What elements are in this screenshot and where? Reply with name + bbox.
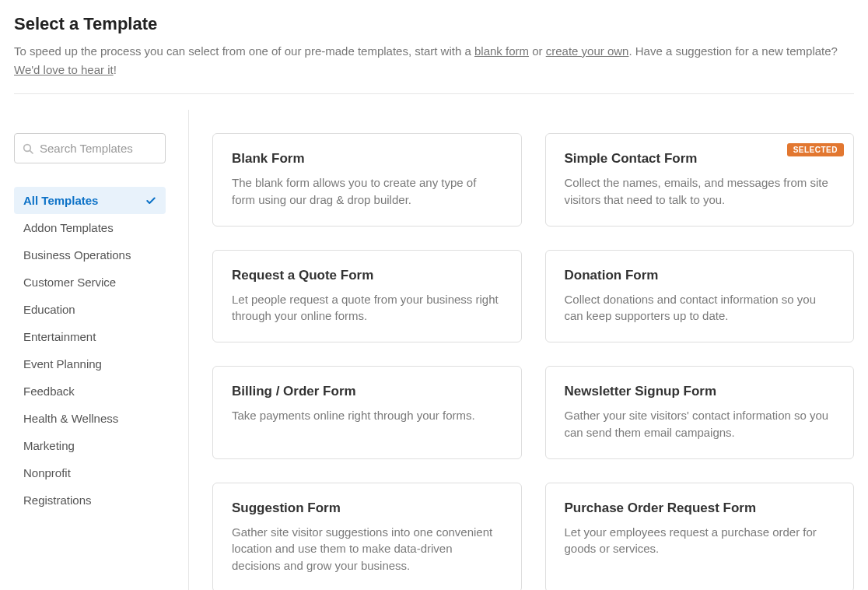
template-title: Billing / Order Form bbox=[232, 384, 502, 399]
subtitle-text: To speed up the process you can select f… bbox=[14, 44, 474, 58]
category-label: Nonprofit bbox=[23, 466, 71, 479]
template-title: Donation Form bbox=[565, 268, 835, 283]
template-description: The blank form allows you to create any … bbox=[232, 174, 502, 209]
category-label: Business Operations bbox=[23, 248, 131, 262]
page-title: Select a Template bbox=[14, 14, 854, 34]
category-list: All TemplatesAddon TemplatesBusiness Ope… bbox=[14, 187, 166, 514]
sidebar-category-item[interactable]: Business Operations bbox=[14, 241, 166, 269]
template-card[interactable]: Purchase Order Request FormLet your empl… bbox=[545, 483, 855, 591]
subtitle-text: . Have a suggestion for a new template? bbox=[628, 44, 838, 58]
template-title: Suggestion Form bbox=[232, 500, 502, 516]
category-label: Marketing bbox=[23, 439, 75, 452]
page-subtitle: To speed up the process you can select f… bbox=[14, 42, 854, 79]
sidebar-category-item[interactable]: Entertainment bbox=[14, 323, 166, 350]
template-title: Request a Quote Form bbox=[232, 268, 502, 283]
template-description: Let people request a quote from your bus… bbox=[232, 291, 502, 325]
sidebar-category-item[interactable]: All Templates bbox=[14, 187, 166, 214]
template-card[interactable]: Billing / Order FormTake payments online… bbox=[212, 366, 522, 459]
template-card[interactable]: Blank FormThe blank form allows you to c… bbox=[212, 133, 522, 227]
suggest-template-link[interactable]: We'd love to hear it bbox=[14, 63, 114, 76]
sidebar-category-item[interactable]: Nonprofit bbox=[14, 459, 166, 486]
check-icon bbox=[145, 195, 156, 206]
sidebar-category-item[interactable]: Marketing bbox=[14, 432, 166, 459]
template-title: Blank Form bbox=[232, 151, 502, 167]
header-divider bbox=[14, 93, 854, 94]
sidebar: All TemplatesAddon TemplatesBusiness Ope… bbox=[14, 110, 189, 590]
category-label: Health & Wellness bbox=[23, 412, 118, 425]
subtitle-text: ! bbox=[114, 63, 117, 76]
template-description: Gather site visitor suggestions into one… bbox=[232, 524, 502, 574]
sidebar-category-item[interactable]: Customer Service bbox=[14, 269, 166, 296]
create-your-own-link[interactable]: create your own bbox=[546, 44, 629, 58]
sidebar-category-item[interactable]: Feedback bbox=[14, 378, 166, 405]
template-description: Collect the names, emails, and messages … bbox=[565, 174, 835, 209]
template-card[interactable]: Newsletter Signup FormGather your site v… bbox=[545, 366, 855, 459]
sidebar-category-item[interactable]: Event Planning bbox=[14, 350, 166, 378]
sidebar-category-item[interactable]: Health & Wellness bbox=[14, 405, 166, 432]
category-label: All Templates bbox=[23, 194, 98, 207]
template-card[interactable]: Request a Quote FormLet people request a… bbox=[212, 250, 522, 343]
category-label: Event Planning bbox=[23, 357, 102, 371]
sidebar-category-item[interactable]: Addon Templates bbox=[14, 214, 166, 241]
template-card[interactable]: SELECTEDSimple Contact FormCollect the n… bbox=[545, 133, 855, 227]
category-label: Addon Templates bbox=[23, 221, 114, 234]
sidebar-category-item[interactable]: Education bbox=[14, 296, 166, 323]
template-card[interactable]: Donation FormCollect donations and conta… bbox=[545, 250, 855, 343]
category-label: Feedback bbox=[23, 385, 75, 398]
template-title: Purchase Order Request Form bbox=[565, 500, 835, 516]
template-title: Newsletter Signup Form bbox=[565, 384, 835, 399]
category-label: Education bbox=[23, 303, 75, 316]
subtitle-text: or bbox=[529, 44, 546, 58]
category-label: Entertainment bbox=[23, 330, 96, 343]
category-label: Customer Service bbox=[23, 276, 116, 289]
selected-badge: SELECTED bbox=[787, 143, 844, 156]
sidebar-category-item[interactable]: Registrations bbox=[14, 486, 166, 514]
template-description: Let your employees request a purchase or… bbox=[565, 524, 835, 558]
template-description: Collect donations and contact informatio… bbox=[565, 291, 835, 325]
template-description: Take payments online right through your … bbox=[232, 407, 502, 424]
category-label: Registrations bbox=[23, 493, 92, 507]
template-card[interactable]: Suggestion FormGather site visitor sugge… bbox=[212, 483, 522, 591]
search-input[interactable] bbox=[14, 133, 166, 163]
blank-form-link[interactable]: blank form bbox=[474, 44, 529, 58]
template-grid: Blank FormThe blank form allows you to c… bbox=[212, 110, 854, 590]
template-description: Gather your site visitors' contact infor… bbox=[565, 407, 835, 441]
